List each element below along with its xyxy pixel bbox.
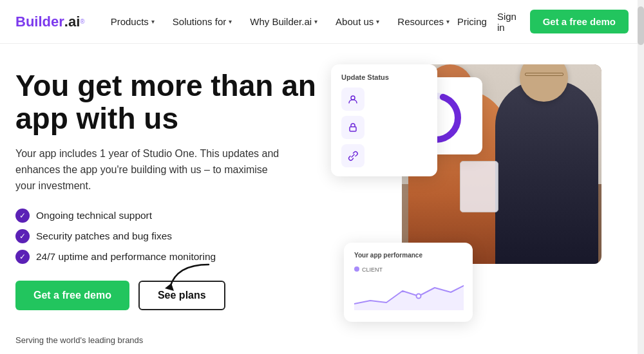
nav-products-label: Products (111, 16, 149, 27)
logo-dot: ® (80, 18, 84, 25)
check-icon: ✓ (15, 229, 30, 243)
chevron-down-icon: ▾ (314, 18, 317, 25)
update-status-card: Update Status (331, 64, 437, 176)
icon-row-3 (341, 144, 365, 167)
logo[interactable]: Builder.ai® (15, 14, 85, 30)
bottom-brands-text: Serving the world's leading brands (15, 335, 143, 345)
nav-pricing[interactable]: Pricing (457, 16, 487, 27)
nav-why[interactable]: Why Builder.ai ▾ (242, 11, 325, 32)
nav-demo-button[interactable]: Get a free demo (530, 10, 629, 33)
performance-chart-svg (354, 278, 464, 310)
chevron-down-icon: ▾ (151, 18, 155, 25)
legend-dot (354, 266, 359, 272)
hero-subheadline: Your app includes 1 year of Studio One. … (15, 146, 286, 194)
feature-item: ✓ Ongoing technical support (15, 209, 325, 223)
chevron-down-icon: ▾ (446, 18, 450, 25)
svg-point-5 (417, 294, 421, 299)
person-2-body (495, 80, 598, 264)
logo-builder: Builder (15, 14, 64, 30)
tablet-device (460, 161, 498, 212)
svg-point-1 (351, 96, 355, 100)
hero-right: Update Status (325, 64, 601, 341)
glasses-icon (525, 73, 564, 76)
hero-left: You get more than an app with us Your ap… (15, 64, 325, 341)
check-icon: ✓ (15, 250, 30, 264)
scrollbar-thumb[interactable] (638, 6, 644, 45)
scrollbar[interactable] (638, 0, 644, 354)
update-status-icons (341, 88, 427, 167)
chevron-down-icon: ▾ (229, 18, 232, 25)
cta-row: Get a free demo See plans (15, 281, 325, 310)
nav-resources[interactable]: Resources ▾ (390, 11, 457, 32)
features-list: ✓ Ongoing technical support ✓ Security p… (15, 209, 325, 264)
hero-demo-button[interactable]: Get a free demo (15, 281, 129, 310)
nav-right: Pricing Sign in Get a free demo (457, 10, 629, 33)
icon-row-2 (341, 116, 365, 139)
svg-rect-2 (350, 127, 356, 131)
nav-products[interactable]: Products ▾ (103, 11, 162, 32)
user-circle-icon (347, 93, 359, 105)
nav-solutions[interactable]: Solutions for ▾ (165, 11, 240, 32)
main-content: You get more than an app with us Your ap… (0, 44, 644, 354)
check-icon: ✓ (15, 209, 30, 223)
link-icon (347, 150, 359, 162)
nav-signin[interactable]: Sign in (497, 11, 520, 33)
lock-icon (347, 122, 359, 133)
performance-title: Your app performance (354, 252, 462, 259)
nav-about[interactable]: About us ▾ (328, 11, 387, 32)
logo-ai: .ai (64, 14, 80, 30)
headline-line1: You get more than an (15, 69, 316, 102)
update-status-title: Update Status (341, 73, 427, 81)
feature-item: ✓ Security patches and bug fixes (15, 229, 325, 243)
feature-label: Security patches and bug fixes (36, 230, 172, 242)
performance-card: Your app performance CLIENT (344, 243, 473, 322)
legend-label: CLIENT (362, 266, 383, 273)
chevron-down-icon: ▾ (376, 18, 379, 25)
svg-marker-0 (165, 283, 174, 291)
nav-about-label: About us (336, 16, 374, 27)
nav-resources-label: Resources (397, 16, 444, 27)
nav-solutions-label: Solutions for (173, 16, 226, 27)
performance-legend: CLIENT (354, 263, 462, 274)
hero-headline: You get more than an app with us (15, 70, 325, 135)
arrow-decoration (157, 261, 222, 293)
nav-why-label: Why Builder.ai (250, 16, 312, 27)
person-2-head (520, 64, 568, 102)
feature-label: Ongoing technical support (36, 210, 152, 221)
headline-line2: app with us (15, 102, 178, 135)
icon-row-1 (341, 88, 365, 111)
nav-links: Products ▾ Solutions for ▾ Why Builder.a… (103, 11, 457, 32)
navbar: Builder.ai® Products ▾ Solutions for ▾ W… (0, 0, 644, 44)
